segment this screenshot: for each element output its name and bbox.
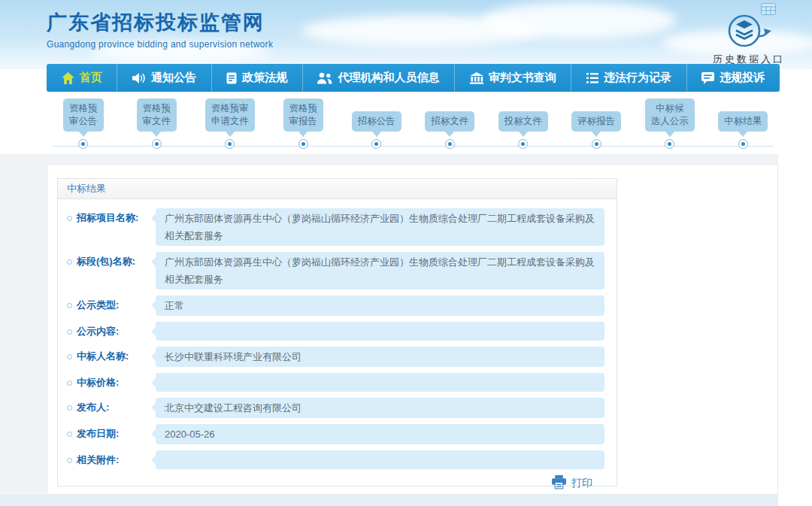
field-row-attachments: 相关附件: xyxy=(67,450,604,469)
step-label: 资格预 审报告 xyxy=(283,98,324,132)
field-row-publisher: 发布人: 北京中交建设工程咨询有限公司 xyxy=(67,398,604,418)
bubble-tail xyxy=(152,132,161,137)
site-logo[interactable]: 广东省招标投标监管网 Guangdong province bidding an… xyxy=(47,9,273,50)
main-content-area: 中标结果 招标项目名称: 广州东部固体资源再生中心（萝岗福山循环经济产业园）生物… xyxy=(0,154,778,495)
bubble-tail xyxy=(372,132,381,137)
field-value xyxy=(156,322,604,341)
nav-item-label: 违规投诉 xyxy=(720,71,765,85)
nav-item-label: 通知公告 xyxy=(151,71,196,85)
timeline-dot xyxy=(371,139,381,149)
step-label: 资格预 审公告 xyxy=(63,98,104,132)
history-data-entry[interactable]: 历史数据入口 xyxy=(704,14,794,66)
step-label: 招标公告 xyxy=(352,111,401,132)
nav-item-notices[interactable]: 通知公告 xyxy=(117,64,211,92)
timeline-dot xyxy=(518,139,528,149)
document-icon xyxy=(226,72,237,84)
step-prequal-announcement[interactable]: 资格预 审公告 xyxy=(47,96,120,155)
bubble-tail xyxy=(665,132,674,137)
timeline-dot xyxy=(445,139,455,149)
timeline-dot xyxy=(665,139,674,149)
bullet-icon xyxy=(67,216,72,221)
step-prequal-report[interactable]: 资格预 审报告 xyxy=(267,96,341,155)
field-label: 公示类型: xyxy=(67,295,156,312)
timeline-dot xyxy=(592,139,601,149)
history-layers-icon xyxy=(725,38,773,50)
bubble-tail xyxy=(298,132,308,137)
timeline-dot xyxy=(225,139,235,149)
field-value: 长沙中联重科环境产业有限公司 xyxy=(156,347,604,367)
field-row-publish-date: 发布日期: 2020-05-26 xyxy=(67,424,604,444)
bubble-tail xyxy=(226,132,235,137)
step-label: 中标候 选人公示 xyxy=(645,98,695,132)
print-button[interactable]: 打印 xyxy=(67,475,604,492)
bubble-tail xyxy=(79,132,88,137)
field-label: 招标项目名称: xyxy=(67,208,156,225)
field-value: 北京中交建设工程咨询有限公司 xyxy=(156,398,604,418)
print-button-label: 打印 xyxy=(571,477,592,490)
field-row-project-name: 招标项目名称: 广州东部固体资源再生中心（萝岗福山循环经济产业园）生物质综合处理… xyxy=(67,208,604,246)
field-value: 广州东部固体资源再生中心（萝岗福山循环经济产业园）生物质综合处理厂二期工程成套设… xyxy=(156,252,604,289)
site-subtitle: Guangdong province bidding and supervisi… xyxy=(47,39,273,50)
step-tender-document[interactable]: 招标文件 xyxy=(414,96,487,155)
speaker-icon xyxy=(132,72,146,84)
nav-item-label: 政策法规 xyxy=(242,71,287,85)
bank-icon xyxy=(470,72,483,84)
step-label: 投标文件 xyxy=(498,111,548,132)
main-navigation: 首页 通知公告 政策法规 xyxy=(47,64,780,92)
bubble-tail xyxy=(445,132,454,137)
nav-item-agencies[interactable]: 代理机构和人员信息 xyxy=(303,64,455,92)
bullet-icon xyxy=(67,432,72,437)
step-label: 资格预审 申请文件 xyxy=(205,98,255,132)
timeline-dot xyxy=(78,139,88,149)
nav-item-home[interactable]: 首页 xyxy=(47,64,117,92)
footer-strip xyxy=(0,495,778,506)
step-evaluation-report[interactable]: 评标报告 xyxy=(560,96,634,155)
site-title: 广东省招标投标监管网 xyxy=(47,9,273,36)
step-prequal-document[interactable]: 资格预 审文件 xyxy=(120,96,194,155)
step-tender-announcement[interactable]: 招标公告 xyxy=(340,96,414,155)
cloud-shape xyxy=(481,2,677,39)
field-row-publicity-content: 公示内容: xyxy=(67,322,604,341)
bullet-icon xyxy=(67,405,72,411)
field-label: 发布日期: xyxy=(67,424,156,441)
field-row-publicity-type: 公示类型: 正常 xyxy=(67,295,604,316)
timeline-dot xyxy=(298,139,308,149)
step-label: 资格预 审文件 xyxy=(137,98,177,132)
step-award-result[interactable]: 中标结果 xyxy=(707,96,780,155)
field-row-winning-price: 中标价格: xyxy=(67,373,604,392)
bullet-icon xyxy=(67,354,72,359)
bullet-icon xyxy=(67,380,72,386)
step-candidate-publicity[interactable]: 中标候 选人公示 xyxy=(633,96,707,155)
step-label: 招标文件 xyxy=(425,111,474,132)
content-container: 中标结果 招标项目名称: 广州东部固体资源再生中心（萝岗福山循环经济产业园）生物… xyxy=(47,164,778,495)
nav-item-label: 审判文书查询 xyxy=(489,71,556,85)
step-bid-document[interactable]: 投标文件 xyxy=(486,96,560,155)
nav-item-complaints[interactable]: 违规投诉 xyxy=(687,64,780,92)
list-icon xyxy=(586,73,598,83)
award-result-panel: 中标结果 招标项目名称: 广州东部固体资源再生中心（萝岗福山循环经济产业园）生物… xyxy=(57,178,617,486)
step-label: 中标结果 xyxy=(718,111,768,132)
people-icon xyxy=(317,72,332,84)
nav-item-judgments[interactable]: 审判文书查询 xyxy=(455,64,571,92)
nav-item-label: 代理机构和人员信息 xyxy=(338,71,439,85)
field-value: 正常 xyxy=(156,295,604,316)
panel-title: 中标结果 xyxy=(58,179,617,199)
timeline-dot xyxy=(738,139,748,149)
bullet-icon xyxy=(67,329,72,335)
bubble-tail xyxy=(738,132,747,137)
timeline-dot xyxy=(152,139,162,149)
nav-item-violations[interactable]: 违法行为记录 xyxy=(571,64,686,92)
bullet-icon xyxy=(67,458,72,463)
nav-item-label: 违法行为记录 xyxy=(604,71,671,85)
step-label: 评标报告 xyxy=(571,111,621,132)
field-value xyxy=(156,373,604,392)
printer-icon xyxy=(551,475,567,492)
bullet-icon xyxy=(67,259,72,265)
field-value: 2020-05-26 xyxy=(156,424,604,444)
field-label: 公示内容: xyxy=(67,322,156,338)
nav-item-policies[interactable]: 政策法规 xyxy=(212,64,303,92)
step-prequal-application[interactable]: 资格预审 申请文件 xyxy=(193,96,267,155)
bubble-tail xyxy=(519,132,528,137)
bullet-icon xyxy=(67,303,72,308)
nav-item-label: 首页 xyxy=(80,71,102,85)
